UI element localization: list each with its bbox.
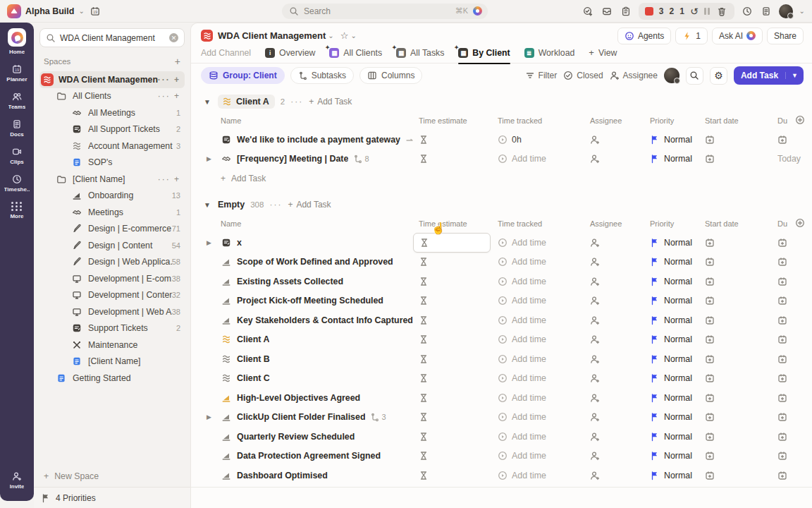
start-date-cell[interactable]: [705, 466, 777, 485]
start-date-cell[interactable]: [705, 330, 777, 350]
due-date-cell[interactable]: [777, 272, 812, 291]
favorite-star-icon[interactable]: ☆: [340, 30, 349, 41]
task-row[interactable]: High-Level Objectives AgreedAdd timeNorm…: [191, 388, 812, 408]
tab-all-tasks[interactable]: ✦▦All Tasks: [396, 48, 444, 64]
time-tracked-cell[interactable]: Add time: [498, 466, 590, 485]
workspace-name[interactable]: Alpha Build: [25, 6, 74, 16]
rail-item-invite[interactable]: Invite: [0, 471, 34, 490]
task-row[interactable]: Client CAdd timeNormal: [191, 369, 812, 389]
time-estimate-cell[interactable]: [419, 330, 498, 350]
start-date-cell[interactable]: [705, 150, 777, 169]
assignee-filter-button[interactable]: Assignee: [610, 71, 658, 80]
task-name[interactable]: We'd like to include a payment gateway: [237, 135, 400, 145]
column-header-priority[interactable]: Priority: [650, 116, 705, 125]
assignee-cell[interactable]: [590, 466, 650, 485]
task-row[interactable]: Project Kick-off Meeting ScheduledAdd ti…: [191, 291, 812, 311]
priority-cell[interactable]: Normal: [650, 233, 705, 253]
start-date-cell[interactable]: [705, 291, 777, 311]
task-name[interactable]: Key Stakeholders & Contact Info Captured: [237, 315, 413, 325]
task-name[interactable]: Client C: [237, 373, 270, 383]
sidebar-item-maintenance[interactable]: Maintenance: [39, 337, 185, 353]
rail-item-clips[interactable]: Clips: [0, 147, 34, 165]
time-estimate-cell[interactable]: [419, 408, 498, 428]
time-estimate-cell[interactable]: [419, 369, 498, 389]
task-name[interactable]: Existing Assets Collected: [237, 277, 343, 286]
priority-cell[interactable]: Normal: [650, 291, 705, 311]
assignee-cell[interactable]: [590, 291, 650, 311]
tab-workload[interactable]: ≣Workload: [524, 48, 575, 64]
assignee-cell[interactable]: [590, 330, 650, 350]
priority-cell[interactable]: Normal: [650, 447, 705, 466]
task-name[interactable]: Quarterly Review Scheduled: [237, 432, 355, 442]
sidebar-item-wda-client-management[interactable]: WDA Client Management··· +: [39, 71, 185, 88]
assignee-cell[interactable]: [590, 369, 650, 389]
assignee-cell[interactable]: [590, 253, 650, 272]
due-date-cell[interactable]: [777, 447, 812, 466]
priority-cell[interactable]: Normal: [650, 349, 705, 369]
start-date-cell[interactable]: [705, 310, 777, 330]
task-name[interactable]: Scope of Work Defined and Approved: [237, 257, 393, 267]
time-estimate-cell[interactable]: [419, 150, 498, 169]
tab-add-channel[interactable]: Add Channel: [201, 48, 251, 64]
column-header-time-tracked[interactable]: Time tracked: [498, 116, 590, 125]
column-header-assignee[interactable]: Assignee: [590, 219, 650, 228]
assignee-cell[interactable]: [590, 130, 650, 150]
start-date-cell[interactable]: [705, 388, 777, 408]
group-name[interactable]: Empty: [218, 200, 245, 210]
trash-icon[interactable]: [715, 5, 728, 18]
tab-all-clients[interactable]: ✦▦All Clients: [329, 48, 382, 64]
priority-cell[interactable]: Normal: [650, 369, 705, 389]
columns-pill[interactable]: Columns: [359, 67, 422, 84]
item-actions[interactable]: ··· +: [158, 174, 180, 184]
time-tracked-cell[interactable]: Add time: [498, 233, 590, 253]
group-add-task-button[interactable]: +Add Task: [288, 200, 331, 210]
time-estimate-cell[interactable]: [419, 447, 498, 466]
subtasks-pill[interactable]: Subtasks: [290, 67, 354, 84]
time-estimate-cell[interactable]: [419, 427, 498, 447]
agents-button[interactable]: Agents: [617, 28, 671, 44]
column-header-time-estimate[interactable]: Time estimate: [419, 116, 498, 125]
rail-item-docs[interactable]: Docs: [0, 119, 34, 138]
pause-icon[interactable]: [704, 8, 710, 15]
start-date-cell[interactable]: [705, 253, 777, 272]
group-menu-icon[interactable]: ···: [290, 97, 303, 107]
breadcrumb[interactable]: WDA Client Management: [218, 30, 326, 41]
time-tracked-cell[interactable]: Add time: [498, 310, 590, 330]
clear-search-icon[interactable]: ✕: [169, 33, 178, 42]
ask-ai-button[interactable]: Ask AI: [712, 28, 763, 44]
record-stop-icon[interactable]: [645, 7, 653, 16]
task-name[interactable]: Client A: [237, 334, 269, 344]
time-estimate-cell[interactable]: [419, 349, 498, 369]
group-add-task-button[interactable]: +Add Task: [309, 97, 352, 107]
time-tracked-cell[interactable]: Add time: [498, 349, 590, 369]
priority-cell[interactable]: Normal: [650, 408, 705, 428]
due-date-cell[interactable]: [777, 291, 812, 311]
workspace-chevron-icon[interactable]: ⌄: [78, 7, 84, 15]
sidebar-item-getting-started[interactable]: Getting Started: [39, 370, 185, 387]
due-date-cell[interactable]: [777, 310, 812, 330]
task-name[interactable]: ClickUp Client Folder Finalised: [237, 412, 365, 422]
rail-item-timeshe[interactable]: Timeshe..: [0, 174, 34, 193]
ai-sparkle-icon[interactable]: [473, 6, 482, 16]
rail-item-planner[interactable]: 19Planner: [0, 64, 34, 83]
tab-overview[interactable]: iOverview: [265, 48, 315, 64]
sidebar-item-design-e-commerce[interactable]: Design | E-commerce71: [39, 221, 185, 238]
time-tracked-cell[interactable]: Add time: [498, 330, 590, 350]
assignee-avatar[interactable]: [664, 68, 679, 83]
task-row[interactable]: Data Protection Agreement SignedAdd time…: [191, 447, 812, 466]
new-space-button[interactable]: + New Space: [39, 466, 185, 487]
group-name-chip[interactable]: Client A: [218, 95, 275, 109]
rail-item-home[interactable]: Home: [0, 28, 34, 55]
task-check-icon[interactable]: [582, 5, 594, 18]
time-tracked-cell[interactable]: Add time: [498, 408, 590, 428]
sidebar-item-development-content[interactable]: Development | Content32: [39, 287, 185, 304]
favorite-chevron-icon[interactable]: ⌄: [350, 32, 356, 40]
filter-button[interactable]: Filter: [525, 71, 558, 80]
time-estimate-cell[interactable]: [419, 466, 498, 485]
time-tracked-cell[interactable]: Add time: [498, 291, 590, 311]
due-date-cell[interactable]: [777, 233, 812, 253]
sidebar-item-all-clients[interactable]: All Clients··· +: [39, 88, 185, 105]
time-tracked-cell[interactable]: Add time: [498, 447, 590, 466]
add-task-chevron-icon[interactable]: ▼: [785, 72, 804, 79]
assignee-cell[interactable]: [590, 150, 650, 169]
